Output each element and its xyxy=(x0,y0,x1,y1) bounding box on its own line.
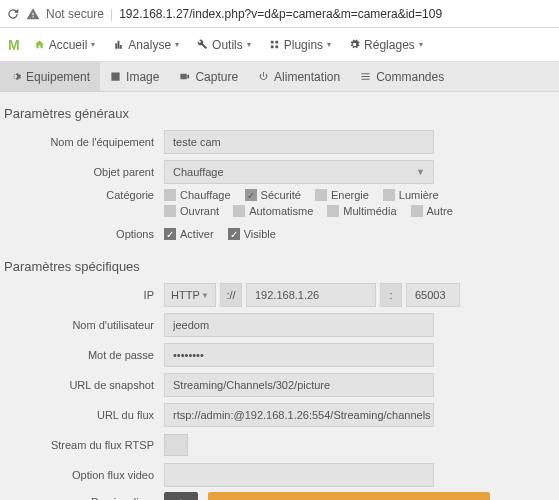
caret-icon: ▾ xyxy=(327,40,331,49)
chk-visible[interactable]: Visible xyxy=(228,228,276,240)
logo[interactable]: M xyxy=(4,37,24,53)
row-options: Options Activer Visible xyxy=(4,221,549,247)
menu-plugins[interactable]: Plugins ▾ xyxy=(261,32,339,58)
label-options: Options xyxy=(4,228,164,240)
row-parent-object: Objet parent Chauffage ▼ xyxy=(4,159,549,185)
separator: | xyxy=(110,7,113,21)
chk-activer[interactable]: Activer xyxy=(164,228,214,240)
label-preview: Previsualiser xyxy=(4,492,164,500)
menu-label: Analyse xyxy=(128,38,171,52)
caret-icon: ▾ xyxy=(175,40,179,49)
section-general-title: Paramètres généraux xyxy=(4,100,549,129)
chart-icon xyxy=(113,39,124,50)
input-username[interactable] xyxy=(164,313,434,337)
label-snapshot-url: URL de snapshot xyxy=(4,379,164,391)
checkbox-icon xyxy=(315,189,327,201)
input-snapshot-url[interactable] xyxy=(164,373,434,397)
preview-button[interactable] xyxy=(164,492,198,500)
not-secure-label: Not secure xyxy=(46,7,104,21)
checkbox-icon xyxy=(245,189,257,201)
menu-reglages[interactable]: Réglages ▾ xyxy=(341,32,431,58)
input-password[interactable] xyxy=(164,343,434,367)
row-ip: IP HTTP▼ :// : xyxy=(4,282,549,308)
label-username: Nom d'utilisateur xyxy=(4,319,164,331)
select-value: Chauffage xyxy=(173,166,224,178)
ip-separator: : xyxy=(380,283,402,307)
home-icon xyxy=(34,39,45,50)
checkbox-icon xyxy=(383,189,395,201)
chk-chauffage[interactable]: Chauffage xyxy=(164,189,231,201)
menu-label: Réglages xyxy=(364,38,415,52)
caret-icon: ▾ xyxy=(419,40,423,49)
chevron-down-icon: ▼ xyxy=(416,167,425,177)
checkbox-icon xyxy=(164,205,176,217)
row-preview: Previsualiser N'oubliez pas de sauvegard… xyxy=(4,492,549,500)
tab-capture[interactable]: Capture xyxy=(169,62,248,91)
menu-analyse[interactable]: Analyse ▾ xyxy=(105,32,187,58)
row-video-option: Option flux video xyxy=(4,462,549,488)
list-icon xyxy=(360,71,371,82)
rtsp-checkbox[interactable] xyxy=(164,434,188,456)
cog-icon xyxy=(10,71,21,82)
plugin-icon xyxy=(269,39,280,50)
row-stream-url: URL du flux rtsp://admin:@192.168.1.26:5… xyxy=(4,402,549,428)
checkbox-icon xyxy=(164,228,176,240)
chk-lumiere[interactable]: Lumière xyxy=(383,189,439,201)
content-pane: Paramètres généraux Nom de l'équipement … xyxy=(0,92,559,500)
label-stream-url: URL du flux xyxy=(4,409,164,421)
input-ip-host[interactable] xyxy=(246,283,376,307)
image-icon xyxy=(110,71,121,82)
label-ip: IP xyxy=(4,289,164,301)
power-icon xyxy=(258,71,269,82)
label-parent-object: Objet parent xyxy=(4,166,164,178)
chk-energie[interactable]: Energie xyxy=(315,189,369,201)
checkbox-icon xyxy=(233,205,245,217)
tab-image[interactable]: Image xyxy=(100,62,169,91)
label-password: Mot de passe xyxy=(4,349,164,361)
label-equipment-name: Nom de l'équipement xyxy=(4,136,164,148)
menu-accueil[interactable]: Accueil ▾ xyxy=(26,32,104,58)
row-password: Mot de passe xyxy=(4,342,549,368)
menu-label: Outils xyxy=(212,38,243,52)
menu-outils[interactable]: Outils ▾ xyxy=(189,32,259,58)
input-stream-url[interactable]: rtsp://admin:@192.168.1.26:554/Streaming… xyxy=(164,403,434,427)
wrench-icon xyxy=(197,39,208,50)
warning-icon xyxy=(26,7,40,21)
chk-autre[interactable]: Autre xyxy=(411,205,453,217)
chk-automatisme[interactable]: Automatisme xyxy=(233,205,313,217)
gear-icon xyxy=(349,39,360,50)
input-video-option[interactable] xyxy=(164,463,434,487)
select-ip-protocol[interactable]: HTTP▼ xyxy=(164,283,216,307)
label-rtsp-stream: Stream du flux RTSP xyxy=(4,439,164,451)
caret-icon: ▾ xyxy=(247,40,251,49)
top-menu: M Accueil ▾ Analyse ▾ Outils ▾ Plugins ▾… xyxy=(0,28,559,62)
select-parent-object[interactable]: Chauffage ▼ xyxy=(164,160,434,184)
chevron-down-icon: ▼ xyxy=(201,291,209,300)
section-specific-title: Paramètres spécifiques xyxy=(4,253,549,282)
label-category: Catégorie xyxy=(4,189,164,201)
row-username: Nom d'utilisateur xyxy=(4,312,549,338)
row-rtsp-stream: Stream du flux RTSP xyxy=(4,432,549,458)
tab-commandes[interactable]: Commandes xyxy=(350,62,454,91)
tab-equipement[interactable]: Equipement xyxy=(0,62,100,91)
menu-label: Plugins xyxy=(284,38,323,52)
chk-multimedia[interactable]: Multimédia xyxy=(327,205,396,217)
checkbox-icon xyxy=(164,189,176,201)
camera-icon xyxy=(179,71,190,82)
chk-securite[interactable]: Sécurité xyxy=(245,189,301,201)
tab-alimentation[interactable]: Alimentation xyxy=(248,62,350,91)
tabs-bar: Equipement Image Capture Alimentation Co… xyxy=(0,62,559,92)
row-equipment-name: Nom de l'équipement xyxy=(4,129,549,155)
checkbox-icon xyxy=(411,205,423,217)
tab-label: Alimentation xyxy=(274,70,340,84)
reload-icon[interactable] xyxy=(6,7,20,21)
row-category: Catégorie Chauffage Sécurité Energie Lum… xyxy=(4,189,549,217)
tab-label: Capture xyxy=(195,70,238,84)
tab-label: Commandes xyxy=(376,70,444,84)
input-ip-port[interactable] xyxy=(406,283,460,307)
chk-ouvrant[interactable]: Ouvrant xyxy=(164,205,219,217)
input-equipment-name[interactable] xyxy=(164,130,434,154)
checkbox-icon xyxy=(327,205,339,217)
caret-icon: ▾ xyxy=(91,40,95,49)
page-url[interactable]: 192.168.1.27/index.php?v=d&p=camera&m=ca… xyxy=(119,7,442,21)
